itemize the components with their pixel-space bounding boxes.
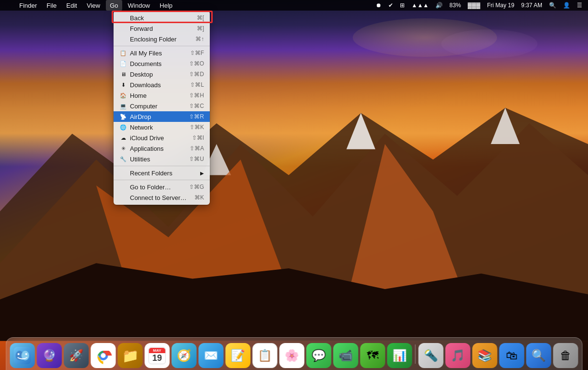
go-menu: Back ⌘[ Forward ⌘] Enclosing Folder ⌘↑ 📋… <box>114 11 210 205</box>
menu-item-all-my-files[interactable]: 📋 All My Files ⇧⌘F <box>114 48 210 58</box>
menubar-go[interactable]: Go <box>106 0 122 11</box>
menubar: Finder File Edit View Go Window Help ⏺ ✔… <box>0 0 588 11</box>
desktop-icon: 🖥 <box>119 70 127 78</box>
grid-status: ⊞ <box>398 2 407 9</box>
dock-chrome[interactable] <box>91 343 116 368</box>
back-shortcut: ⌘[ <box>197 14 204 21</box>
dock-notes[interactable]: 📝 <box>226 343 251 368</box>
connect-to-server-icon <box>119 194 127 201</box>
go-to-folder-label: Go to Folder… <box>130 184 189 191</box>
dock-photos[interactable]: 🌸 <box>280 343 305 368</box>
menubar-edit[interactable]: Edit <box>63 0 81 11</box>
computer-label: Computer <box>130 103 189 110</box>
dock-siri[interactable]: 🔮 <box>37 343 62 368</box>
enclosing-folder-label: Enclosing Folder <box>130 36 195 43</box>
wifi-status[interactable]: ▲▲▲ <box>409 2 431 9</box>
back-icon <box>119 14 127 22</box>
downloads-shortcut: ⇧⌘L <box>190 81 204 88</box>
utilities-icon: 🔧 <box>119 155 127 163</box>
menu-item-home[interactable]: 🏠 Home ⇧⌘H <box>114 90 210 101</box>
user-avatar[interactable]: 👤 <box>561 2 572 9</box>
dock-maps[interactable]: 🗺 <box>360 343 385 368</box>
separator-3 <box>114 180 210 180</box>
dock-google[interactable]: 🔍 <box>526 343 551 368</box>
desktop: Finder File Edit View Go Window Help ⏺ ✔… <box>0 0 588 370</box>
connect-to-server-label: Connect to Server… <box>130 194 194 201</box>
home-label: Home <box>130 92 189 99</box>
documents-shortcut: ⇧⌘O <box>189 60 204 67</box>
menu-item-forward[interactable]: Forward ⌘] <box>114 23 210 34</box>
menu-item-icloud-drive[interactable]: ☁ iCloud Drive ⇧⌘I <box>114 132 210 143</box>
computer-shortcut: ⇧⌘C <box>189 103 204 109</box>
forward-label: Forward <box>130 25 197 32</box>
dock-reminders[interactable]: 📋 <box>253 343 278 368</box>
dock: 🔮 🚀 📁 MAY 19 🧭 ✉️ 📝 <box>6 337 583 370</box>
dock-numbers[interactable]: 📊 <box>387 343 412 368</box>
menubar-right: ⏺ ✔ ⊞ ▲▲▲ 🔊 83% ▓▓▓ Fri May 19 9:37 AM 🔍… <box>374 2 584 9</box>
icloud-icon: ☁ <box>119 134 127 142</box>
recording-status: ⏺ <box>374 2 383 9</box>
menu-item-go-to-folder[interactable]: Go to Folder… ⇧⌘G <box>114 182 210 192</box>
dock-facetime[interactable]: 📹 <box>333 343 358 368</box>
submenu-arrow: ▶ <box>200 171 204 176</box>
spotlight-button[interactable]: 🔍 <box>547 2 558 9</box>
separator-2 <box>114 166 210 166</box>
enclosing-folder-shortcut: ⌘↑ <box>195 36 204 42</box>
menu-item-back[interactable]: Back ⌘[ <box>114 13 210 23</box>
connect-to-server-shortcut: ⌘K <box>194 194 204 201</box>
dock-calendar[interactable]: MAY 19 <box>145 343 170 368</box>
menubar-view[interactable]: View <box>83 0 104 11</box>
menu-item-downloads[interactable]: ⬇ Downloads ⇧⌘L <box>114 79 210 90</box>
utilities-label: Utilities <box>130 156 189 163</box>
network-icon: 🌐 <box>119 123 127 131</box>
downloads-label: Downloads <box>130 81 190 89</box>
dock-safari[interactable]: 🧭 <box>172 343 197 368</box>
airdrop-shortcut: ⇧⌘R <box>189 113 204 120</box>
all-my-files-shortcut: ⇧⌘F <box>190 50 204 56</box>
home-shortcut: ⇧⌘H <box>189 92 204 99</box>
menubar-window[interactable]: Window <box>124 0 154 11</box>
dock-separator <box>415 344 416 364</box>
dock-folder[interactable]: 📁 <box>118 343 143 368</box>
menu-item-utilities[interactable]: 🔧 Utilities ⇧⌘U <box>114 154 210 164</box>
notification-center[interactable]: ☰ <box>575 2 584 9</box>
time-display: 9:37 AM <box>519 2 544 9</box>
back-label: Back <box>130 14 197 22</box>
desktop-label: Desktop <box>130 71 189 78</box>
mountain-svg <box>0 82 588 341</box>
dock-messages[interactable]: 💬 <box>307 343 332 368</box>
dock-finder[interactable] <box>10 343 35 368</box>
menu-item-recent-folders[interactable]: Recent Folders ▶ <box>114 168 210 178</box>
menu-item-desktop[interactable]: 🖥 Desktop ⇧⌘D <box>114 69 210 79</box>
dock-itunes[interactable]: 🎵 <box>446 343 471 368</box>
menubar-left: Finder File Edit View Go Window Help <box>4 0 177 11</box>
documents-icon: 📄 <box>119 60 127 67</box>
menu-item-applications[interactable]: ✳ Applications ⇧⌘A <box>114 143 210 154</box>
menu-item-computer[interactable]: 💻 Computer ⇧⌘C <box>114 101 210 111</box>
applications-label: Applications <box>130 145 190 152</box>
battery-status: ▓▓▓ <box>466 2 482 9</box>
menubar-file[interactable]: File <box>43 0 61 11</box>
menu-item-connect-to-server[interactable]: Connect to Server… ⌘K <box>114 192 210 203</box>
applications-shortcut: ⇧⌘A <box>190 145 204 152</box>
volume-status[interactable]: 🔊 <box>434 2 445 9</box>
dock-launchpad[interactable]: 🚀 <box>64 343 89 368</box>
network-label: Network <box>130 124 190 131</box>
menubar-finder[interactable]: Finder <box>15 0 41 11</box>
dock-mail[interactable]: ✉️ <box>199 343 224 368</box>
dock-trash[interactable]: 🗑 <box>553 343 578 368</box>
icloud-shortcut: ⇧⌘I <box>192 134 204 141</box>
menubar-help[interactable]: Help <box>156 0 177 11</box>
dock-spotlight[interactable]: 🔦 <box>419 343 444 368</box>
go-to-folder-shortcut: ⇧⌘G <box>189 184 204 190</box>
dock-ibooks[interactable]: 📚 <box>473 343 498 368</box>
menu-item-network[interactable]: 🌐 Network ⇧⌘K <box>114 122 210 132</box>
menu-item-enclosing-folder[interactable]: Enclosing Folder ⌘↑ <box>114 34 210 44</box>
icloud-label: iCloud Drive <box>130 134 192 142</box>
apple-menu[interactable] <box>4 0 12 11</box>
airdrop-label: AirDrop <box>130 113 189 120</box>
menu-item-documents[interactable]: 📄 Documents ⇧⌘O <box>114 58 210 69</box>
computer-icon: 💻 <box>119 102 127 110</box>
menu-item-airdrop[interactable]: 📡 AirDrop ⇧⌘R <box>114 111 210 122</box>
dock-appstore[interactable]: 🛍 <box>499 343 524 368</box>
